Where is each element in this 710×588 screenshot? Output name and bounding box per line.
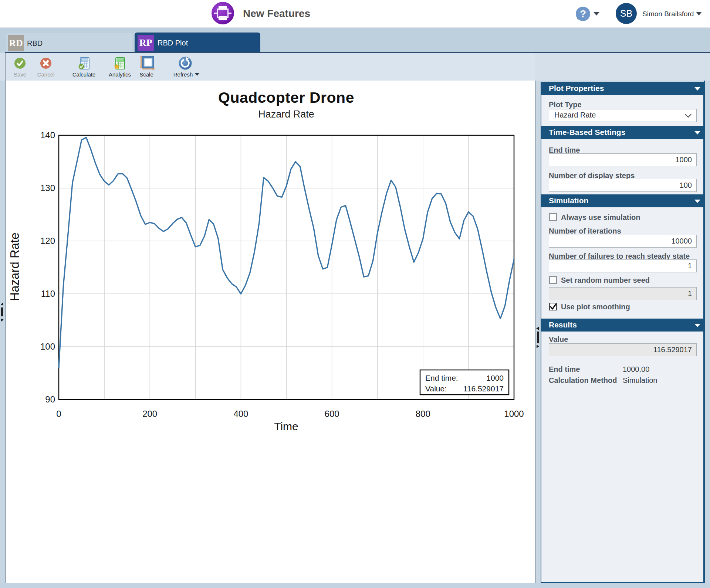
svg-text:End time:: End time: — [425, 374, 458, 382]
svg-text:Quadcopter Drone: Quadcopter Drone — [218, 89, 354, 106]
svg-text:90: 90 — [45, 394, 55, 404]
svg-text:130: 130 — [40, 183, 55, 193]
svg-text:116.529017: 116.529017 — [463, 384, 504, 393]
svg-text:110: 110 — [41, 289, 55, 299]
svg-text:1000: 1000 — [504, 409, 524, 419]
svg-text:800: 800 — [416, 409, 430, 419]
svg-text:Value:: Value: — [425, 384, 447, 393]
svg-text:200: 200 — [142, 409, 157, 419]
svg-text:0: 0 — [56, 409, 61, 419]
svg-text:Hazard Rate: Hazard Rate — [258, 109, 314, 120]
svg-text:Time: Time — [274, 420, 298, 432]
svg-text:1000: 1000 — [486, 374, 504, 382]
svg-text:120: 120 — [40, 236, 55, 246]
svg-text:600: 600 — [325, 409, 339, 419]
svg-text:?: ? — [580, 8, 586, 20]
svg-text:Hazard Rate: Hazard Rate — [8, 232, 21, 301]
svg-text:100: 100 — [40, 341, 55, 351]
svg-text:400: 400 — [233, 409, 248, 419]
svg-text:140: 140 — [40, 130, 55, 140]
